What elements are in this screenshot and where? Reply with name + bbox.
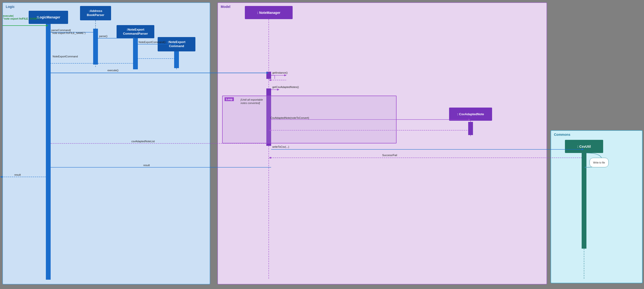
loop-box: Loop [Until all exportablenotes converte… bbox=[222, 96, 396, 143]
label-csv-adapted-note-list: csvAdaptedNoteList bbox=[132, 140, 155, 143]
label-result-outer: result bbox=[14, 173, 21, 176]
label-get-csv-adapted-notes: getCsvAdaptedNotes() bbox=[272, 86, 299, 88]
label-execute-input: execute("note export fn/FILE_NAME") bbox=[3, 14, 40, 20]
label-parse: parse() bbox=[99, 35, 108, 38]
loop-label: Loop bbox=[224, 97, 234, 101]
logic-panel-label: Logic bbox=[6, 5, 14, 9]
label-parse-command: parseCommand("note export fn/FILE_NAME") bbox=[51, 29, 86, 35]
label-write-to-csv: writeToCsv(...) bbox=[272, 145, 289, 148]
commons-panel-label: Commons bbox=[554, 133, 570, 136]
actor-note-export-command: :NoteExportCommand bbox=[158, 37, 196, 51]
model-panel: Model bbox=[217, 3, 547, 284]
svg-marker-50 bbox=[0, 176, 2, 178]
label-note-export-command-return: NoteExportCommand bbox=[52, 55, 78, 58]
label-csv-adapted-note-ctor: CsvAdaptedNote(noteToConvert) bbox=[270, 116, 309, 119]
loop-condition: [Until all exportablenotes converted] bbox=[240, 98, 263, 105]
actor-address-book-parser: :AddressBookParser bbox=[80, 6, 111, 20]
label-execute: execute() bbox=[108, 69, 118, 72]
model-panel-label: Model bbox=[221, 5, 230, 9]
label-result-inner: result bbox=[143, 164, 150, 167]
write-to-file-box: Write to file bbox=[590, 158, 609, 167]
diagram-container: Logic Model Commons :LogicManager :Addre… bbox=[0, 0, 644, 289]
actor-csv-util: : CsvUtil bbox=[565, 140, 603, 153]
actor-csv-adapted-note: : CsvAdaptedNote bbox=[449, 108, 492, 121]
label-get-instance: getInstance() bbox=[272, 71, 288, 74]
label-note-export-command-ctor: NoteExportCommand() bbox=[138, 41, 166, 44]
label-success-fail: Success/Fail bbox=[382, 154, 397, 157]
commons-panel: Commons bbox=[550, 130, 642, 283]
actor-note-manager: : NoteManager bbox=[245, 6, 292, 19]
actor-note-export-parser: :NoteExportCommandParser bbox=[116, 25, 154, 38]
